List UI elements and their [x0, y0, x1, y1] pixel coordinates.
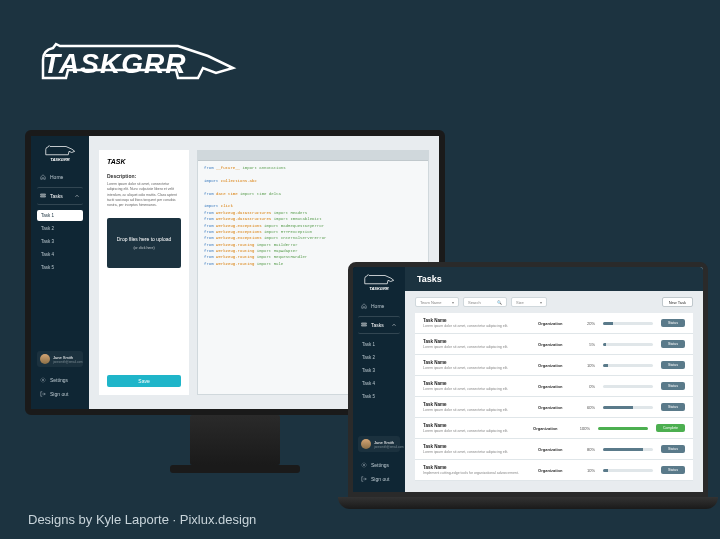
brand-name: TASKGRR [43, 48, 186, 80]
task-name: Task Name [423, 360, 530, 365]
new-task-button[interactable]: New Task [662, 297, 693, 307]
sidebar-task-item[interactable]: Task 2 [37, 223, 83, 234]
size-filter[interactable]: Size ▾ [511, 297, 547, 307]
task-percent: 10% [581, 363, 595, 368]
chevron-up-icon [391, 322, 397, 328]
task-row[interactable]: Task NameLorem ipsum dolor sit amet, con… [415, 313, 693, 334]
sidebar-task-item[interactable]: Task 1 [37, 210, 83, 221]
task-name: Task Name [423, 339, 530, 344]
gear-icon [361, 462, 367, 468]
chevron-up-icon [74, 193, 80, 199]
task-row[interactable]: Task NameLorem ipsum dolor sit amet, con… [415, 418, 693, 439]
task-panel-title: TASK [107, 158, 181, 165]
task-row[interactable]: Task NameLorem ipsum dolor sit amet, con… [415, 397, 693, 418]
sidebar-task-item[interactable]: Task 2 [358, 352, 400, 363]
sidebar: TASKGRR Home Tasks Task 1Task 2Task 3Tas… [31, 136, 89, 409]
status-badge[interactable]: Status [661, 403, 685, 411]
task-percent: 0% [581, 384, 595, 389]
progress-bar [603, 469, 653, 472]
user-card[interactable]: Jane Smith janesmith@email.com [358, 436, 400, 452]
signout-icon [40, 391, 46, 397]
svg-rect-4 [362, 325, 367, 326]
task-org: Organization [538, 384, 573, 389]
gear-icon [40, 377, 46, 383]
progress-bar [603, 406, 653, 409]
sidebar-task-item[interactable]: Task 5 [37, 262, 83, 273]
sidebar-task-item[interactable]: Task 4 [37, 249, 83, 260]
nav-signout[interactable]: Sign out [37, 387, 83, 401]
status-badge[interactable]: Status [661, 445, 685, 453]
status-badge[interactable]: Status [661, 466, 685, 474]
task-row[interactable]: Task NameLorem ipsum dolor sit amet, con… [415, 355, 693, 376]
task-name: Task Name [423, 381, 530, 386]
task-percent: 100% [576, 426, 590, 431]
description-text: Lorem ipsum dolor sit amet, consectetur … [107, 182, 181, 208]
code-toolbar [198, 151, 428, 161]
progress-bar [603, 322, 653, 325]
page-title: Tasks [405, 267, 703, 291]
task-name: Task Name [423, 318, 530, 323]
task-desc: Lorem ipsum dolor sit amet, consectetur … [423, 387, 530, 391]
task-org: Organization [538, 468, 573, 473]
status-badge[interactable]: Status [661, 382, 685, 390]
sidebar-task-item[interactable]: Task 5 [358, 391, 400, 402]
nav-home[interactable]: Home [37, 170, 83, 184]
task-row[interactable]: Task NameLorem ipsum dolor sit amet, con… [415, 334, 693, 355]
task-percent: 60% [581, 405, 595, 410]
tasks-icon [361, 322, 367, 328]
task-org: Organization [538, 363, 573, 368]
task-org: Organization [538, 321, 573, 326]
task-desc: Lorem ipsum dolor sit amet, consectetur … [423, 324, 530, 328]
laptop-content: Tasks Team Name ▾ Search 🔍 Size ▾ New Ta… [405, 267, 703, 492]
task-percent: 5% [581, 342, 595, 347]
sidebar-task-item[interactable]: Task 3 [358, 365, 400, 376]
laptop-app: TASKGRR Home Tasks Task 1Task 2Task 3Tas… [353, 267, 703, 492]
task-percent: 80% [581, 447, 595, 452]
task-desc: Lorem ipsum dolor sit amet, consectetur … [423, 366, 530, 370]
status-badge[interactable]: Complete [656, 424, 685, 432]
avatar [40, 354, 50, 364]
task-org: Organization [533, 426, 568, 431]
status-badge[interactable]: Status [661, 340, 685, 348]
laptop-mockup: TASKGRR Home Tasks Task 1Task 2Task 3Tas… [348, 262, 708, 509]
task-org: Organization [538, 342, 573, 347]
nav-settings[interactable]: Settings [37, 373, 83, 387]
progress-bar [603, 385, 653, 388]
task-percent: 20% [581, 321, 595, 326]
task-desc: Lorem ipsum dolor sit amet, consectetur … [423, 408, 530, 412]
progress-bar [603, 448, 653, 451]
file-dropzone[interactable]: Drop files here to upload (or click here… [107, 218, 181, 268]
task-desc: Lorem ipsum dolor sit amet, consectetur … [423, 450, 530, 454]
task-row[interactable]: Task NameImplement cutting-edge tools fo… [415, 460, 693, 481]
status-badge[interactable]: Status [661, 361, 685, 369]
avatar [361, 439, 371, 449]
status-badge[interactable]: Status [661, 319, 685, 327]
sidebar-task-item[interactable]: Task 4 [358, 378, 400, 389]
task-detail-panel: TASK Description: Lorem ipsum dolor sit … [99, 150, 189, 395]
sidebar-logo: TASKGRR [358, 273, 400, 291]
sidebar-task-item[interactable]: Task 1 [358, 339, 400, 350]
home-icon [361, 303, 367, 309]
task-name: Task Name [423, 402, 530, 407]
nav-tasks[interactable]: Tasks [358, 316, 400, 334]
svg-rect-0 [41, 194, 46, 195]
team-name-filter[interactable]: Team Name ▾ [415, 297, 459, 307]
search-input[interactable]: Search 🔍 [463, 297, 507, 307]
sidebar-task-item[interactable]: Task 3 [37, 236, 83, 247]
task-list: Task NameLorem ipsum dolor sit amet, con… [405, 313, 703, 492]
nav-tasks[interactable]: Tasks [37, 187, 83, 205]
task-org: Organization [538, 447, 573, 452]
nav-signout[interactable]: Sign out [358, 472, 400, 486]
svg-point-5 [363, 464, 365, 466]
nav-home[interactable]: Home [358, 299, 400, 313]
user-card[interactable]: Jane Smith janesmith@email.com [37, 351, 83, 367]
task-row[interactable]: Task NameLorem ipsum dolor sit amet, con… [415, 376, 693, 397]
sidebar: TASKGRR Home Tasks Task 1Task 2Task 3Tas… [353, 267, 405, 492]
save-button[interactable]: Save [107, 375, 181, 387]
task-name: Task Name [423, 444, 530, 449]
svg-rect-1 [41, 196, 46, 197]
signout-icon [361, 476, 367, 482]
nav-settings[interactable]: Settings [358, 458, 400, 472]
task-name: Task Name [423, 423, 525, 428]
task-row[interactable]: Task NameLorem ipsum dolor sit amet, con… [415, 439, 693, 460]
